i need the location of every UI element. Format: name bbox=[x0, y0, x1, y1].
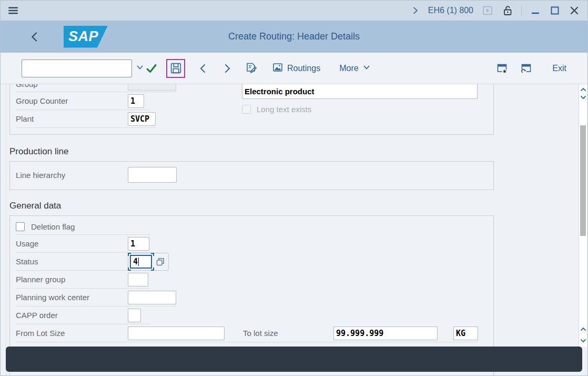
next-screen-button[interactable] bbox=[215, 57, 239, 80]
close-icon[interactable] bbox=[569, 5, 580, 16]
long-text-exists-row: Long text exists bbox=[242, 105, 493, 114]
from-lot-size-label: From Lot Size bbox=[16, 329, 128, 338]
chevron-down-icon[interactable] bbox=[135, 63, 145, 74]
planner-group-label: Planner group bbox=[16, 275, 128, 284]
minimize-icon[interactable] bbox=[530, 5, 541, 16]
group-counter-field[interactable] bbox=[128, 94, 144, 108]
production-line-box: Line hierarchy bbox=[9, 161, 494, 190]
routing-header-box: Group Group Counter Plant Long text exis… bbox=[9, 84, 494, 135]
command-input[interactable] bbox=[22, 60, 135, 77]
status-row: Status 4 bbox=[16, 253, 169, 271]
plant-label: Plant bbox=[16, 114, 128, 123]
long-text-checkbox bbox=[242, 105, 251, 114]
routing-description-field[interactable] bbox=[242, 84, 478, 99]
play-disabled-icon bbox=[481, 4, 494, 17]
lot-size-row: From Lot Size To lot size bbox=[16, 324, 478, 342]
plant-row: Plant bbox=[16, 110, 156, 128]
new-session-window-icon[interactable] bbox=[514, 57, 539, 80]
usage-row: Usage bbox=[16, 235, 150, 253]
system-titlebar: EH6 (1) 800 bbox=[1, 1, 587, 21]
previous-screen-button[interactable] bbox=[191, 57, 215, 80]
deletion-flag-checkbox[interactable] bbox=[16, 222, 25, 231]
deletion-flag-row: Deletion flag bbox=[16, 219, 150, 235]
group-row: Group bbox=[16, 84, 176, 92]
capp-order-label: CAPP order bbox=[16, 311, 128, 320]
line-hierarchy-field[interactable] bbox=[128, 167, 177, 183]
text-cursor bbox=[138, 258, 139, 266]
menu-icon[interactable] bbox=[7, 4, 19, 17]
production-line-heading: Production line bbox=[9, 146, 587, 157]
routings-button[interactable]: Routings bbox=[267, 57, 326, 80]
command-field[interactable] bbox=[22, 60, 132, 77]
group-counter-label: Group Counter bbox=[16, 96, 128, 105]
sap-gui-window: EH6 (1) 800 SAP Create Routing: Header bbox=[0, 0, 588, 376]
dynpro-content: Group Group Counter Plant Long text exis… bbox=[1, 84, 587, 375]
system-id: EH6 (1) 800 bbox=[428, 6, 473, 15]
long-text-label: Long text exists bbox=[257, 105, 311, 114]
shortcut-window-icon[interactable] bbox=[490, 57, 514, 80]
status-bar bbox=[6, 347, 582, 372]
usage-field[interactable] bbox=[128, 237, 149, 251]
image-icon bbox=[272, 62, 283, 75]
line-hierarchy-label: Line hierarchy bbox=[16, 171, 128, 180]
general-data-heading: General data bbox=[9, 201, 587, 211]
status-field-group: 4 bbox=[128, 253, 169, 271]
edit-document-icon[interactable] bbox=[239, 57, 263, 80]
usage-label: Usage bbox=[16, 239, 128, 248]
app-header: SAP Create Routing: Header Details bbox=[1, 21, 587, 53]
capp-order-row: CAPP order bbox=[16, 306, 150, 324]
titlebar-divider bbox=[521, 5, 522, 16]
deletion-flag-label: Deletion flag bbox=[31, 222, 75, 231]
to-lot-size-field[interactable] bbox=[333, 326, 438, 340]
save-button[interactable] bbox=[166, 59, 185, 78]
to-lot-size-label: To lot size bbox=[243, 329, 333, 338]
toolbar: Routings More Exit bbox=[1, 53, 587, 84]
scrollbar-thumb[interactable] bbox=[580, 125, 586, 236]
plant-field[interactable] bbox=[128, 112, 156, 126]
capp-order-field[interactable] bbox=[128, 309, 141, 322]
planning-work-center-field[interactable] bbox=[128, 291, 176, 304]
status-field[interactable]: 4 bbox=[130, 255, 152, 269]
exit-button[interactable]: Exit bbox=[547, 57, 572, 80]
planner-group-row: Planner group bbox=[16, 271, 150, 289]
possible-entries-icon[interactable] bbox=[154, 255, 167, 268]
from-lot-size-field[interactable] bbox=[128, 326, 225, 340]
maximize-icon[interactable] bbox=[549, 5, 561, 16]
planning-work-center-row: Planning work center bbox=[16, 289, 176, 306]
scroll-down-icon[interactable] bbox=[580, 337, 587, 344]
group-label: Group bbox=[16, 84, 128, 88]
planning-work-center-label: Planning work center bbox=[16, 293, 128, 302]
unlock-icon[interactable] bbox=[502, 4, 513, 17]
page-title: Create Routing: Header Details bbox=[1, 31, 587, 42]
group-counter-row: Group Counter bbox=[16, 92, 150, 110]
scroll-down-icon[interactable] bbox=[580, 94, 587, 101]
planner-group-field[interactable] bbox=[128, 273, 148, 286]
group-field bbox=[128, 84, 176, 91]
vertical-scrollbar[interactable] bbox=[579, 84, 587, 347]
scroll-up-icon[interactable] bbox=[580, 325, 587, 333]
status-label: Status bbox=[16, 257, 128, 266]
more-menu-button[interactable]: More bbox=[334, 57, 376, 80]
chevron-right-icon[interactable] bbox=[411, 6, 420, 15]
scroll-up-icon[interactable] bbox=[580, 86, 587, 93]
line-hierarchy-row: Line hierarchy bbox=[16, 167, 177, 183]
unit-of-measure-field[interactable] bbox=[453, 326, 478, 340]
chevron-down-icon bbox=[362, 63, 371, 74]
